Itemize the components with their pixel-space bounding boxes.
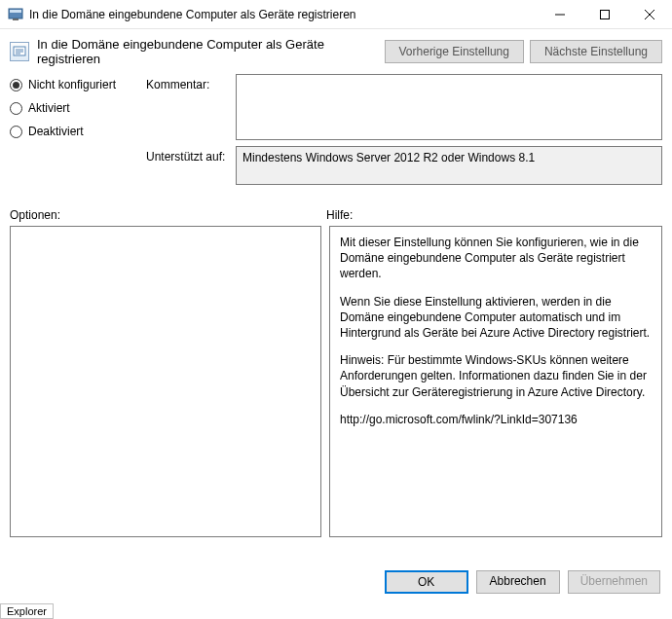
comment-input[interactable] — [236, 74, 662, 140]
help-text: Mit dieser Einstellung können Sie konfig… — [340, 235, 652, 282]
radio-enabled[interactable]: Aktiviert — [10, 101, 146, 115]
radio-label: Nicht konfiguriert — [28, 78, 116, 91]
help-text: Wenn Sie diese Einstellung aktivieren, w… — [340, 294, 652, 342]
cancel-button[interactable]: Abbrechen — [476, 570, 560, 594]
options-label: Optionen: — [10, 208, 326, 222]
maximize-button[interactable] — [582, 0, 627, 29]
ok-button[interactable]: OK — [385, 570, 468, 594]
radio-not-configured[interactable]: Nicht konfiguriert — [10, 78, 146, 91]
radio-label: Deaktiviert — [28, 125, 84, 138]
window-controls — [538, 0, 672, 28]
radio-dot-icon — [10, 126, 22, 138]
comment-label: Kommentar: — [146, 74, 236, 91]
radio-disabled[interactable]: Deaktiviert — [10, 125, 146, 138]
svg-rect-2 — [13, 18, 19, 20]
dialog-buttons: OK Abbrechen Übernehmen — [385, 570, 660, 594]
close-button[interactable] — [627, 0, 672, 29]
state-radio-group: Nicht konfiguriert Aktiviert Deaktiviert — [10, 74, 146, 191]
window-title: In die Domäne eingebundene Computer als … — [29, 8, 538, 21]
help-text: Hinweis: Für bestimmte Windows-SKUs könn… — [340, 352, 652, 400]
svg-rect-1 — [10, 10, 21, 13]
radio-label: Aktiviert — [28, 101, 70, 115]
next-setting-button[interactable]: Nächste Einstellung — [530, 40, 662, 63]
radio-dot-icon — [10, 79, 22, 91]
policy-header: In die Domäne eingebundene Computer als … — [10, 37, 662, 66]
supported-label: Unterstützt auf: — [146, 146, 236, 164]
radio-dot-icon — [10, 102, 22, 115]
svg-rect-4 — [601, 11, 610, 19]
previous-setting-button[interactable]: Vorherige Einstellung — [385, 40, 524, 63]
minimize-button[interactable] — [538, 0, 582, 29]
app-icon — [8, 7, 23, 22]
policy-icon — [10, 42, 29, 61]
options-pane — [10, 226, 321, 537]
help-label: Hilfe: — [326, 208, 353, 222]
help-pane: Mit dieser Einstellung können Sie konfig… — [329, 226, 662, 537]
supported-on-value: Mindestens Windows Server 2012 R2 oder W… — [236, 146, 662, 185]
help-link-text: http://go.microsoft.com/fwlink/?LinkId=3… — [340, 412, 652, 427]
policy-title: In die Domäne eingebundene Computer als … — [37, 37, 385, 66]
apply-button[interactable]: Übernehmen — [568, 570, 660, 594]
status-bar: Explorer — [0, 603, 54, 619]
titlebar: In die Domäne eingebundene Computer als … — [0, 0, 672, 29]
